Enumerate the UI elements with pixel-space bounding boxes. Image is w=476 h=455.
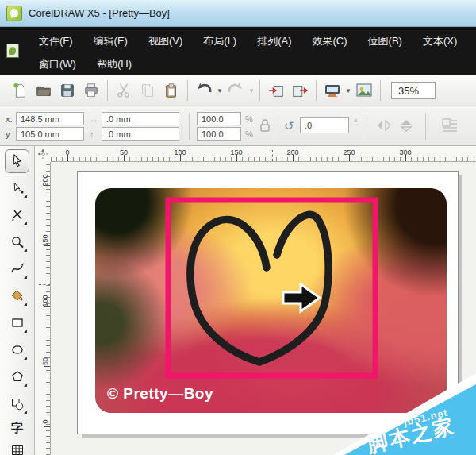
vertical-ruler[interactable]: 200 150 100 50 0 — [35, 162, 51, 455]
table-tool-icon — [10, 443, 25, 455]
scale-horizontal-field[interactable]: 100.0 — [197, 112, 241, 125]
scale-vertical-field[interactable]: 100.0 — [197, 127, 241, 141]
document-page[interactable]: © Pretty—Boy — [77, 171, 459, 434]
smart-fill-tool[interactable] — [5, 284, 29, 308]
menu-layout[interactable]: 布局(L) — [193, 33, 247, 50]
pink-rectangle-frame[interactable] — [168, 200, 375, 376]
title-bar: CorelDRAW X5 - [Pretty—Boy] — [0, 0, 476, 27]
print-button[interactable] — [80, 79, 102, 102]
application-launcher-button[interactable] — [321, 79, 344, 102]
text-wrap-icon — [441, 118, 459, 133]
polygon-tool-icon — [10, 370, 25, 384]
import-icon — [267, 82, 285, 99]
horizontal-ruler[interactable]: 0 50 100 150 200 250 300 — [51, 146, 476, 162]
ellipse-tool[interactable] — [5, 338, 29, 362]
toolbar-separator — [380, 80, 381, 101]
table-tool[interactable] — [5, 438, 29, 455]
object-height-field[interactable]: .0 mm — [102, 127, 179, 141]
v-ruler-label: 150 — [41, 232, 49, 249]
basic-shapes-tool[interactable] — [5, 392, 29, 416]
shape-tool[interactable] — [5, 176, 29, 200]
copy-icon — [139, 82, 156, 99]
menu-effects[interactable]: 效果(C) — [302, 33, 358, 50]
cursor-position-marker — [272, 150, 273, 161]
open-button[interactable] — [33, 79, 55, 102]
v-ruler-label: 50 — [41, 353, 49, 370]
redo-icon — [226, 81, 245, 100]
pick-tool[interactable] — [5, 149, 29, 173]
menu-view[interactable]: 视图(V) — [138, 33, 193, 50]
toolbar-separator — [107, 80, 108, 101]
rotation-angle-field[interactable]: .0 — [300, 117, 349, 133]
print-icon — [83, 82, 100, 99]
menu-edit[interactable]: 编辑(E) — [83, 33, 138, 50]
export-icon — [291, 82, 309, 99]
x-position-field[interactable]: 148.5 mm — [16, 112, 84, 125]
flyout-indicator — [24, 195, 27, 198]
launcher-dropdown-arrow[interactable]: ▾ — [344, 87, 352, 94]
flyout-indicator — [24, 303, 27, 306]
polygon-tool[interactable] — [5, 365, 29, 389]
zoom-level-field[interactable]: 35% — [391, 82, 436, 99]
save-icon — [59, 82, 76, 99]
smart-fill-tool-icon — [10, 289, 25, 303]
rotate-icon: ↺ — [284, 119, 294, 133]
flyout-indicator — [24, 222, 27, 225]
zoom-tool[interactable] — [5, 230, 29, 254]
coreldraw-app-icon — [6, 6, 22, 21]
menu-bitmaps[interactable]: 位图(B) — [358, 33, 413, 50]
annotation-overlay — [95, 188, 447, 413]
object-height-value: .0 mm — [106, 129, 131, 139]
rose-photo-object[interactable]: © Pretty—Boy — [95, 188, 447, 413]
window-title: CorelDRAW X5 - [Pretty—Boy] — [29, 7, 170, 19]
copy-button — [136, 79, 159, 102]
menu-help[interactable]: 帮助(H) — [86, 56, 142, 73]
property-bar: x: 148.5 mm y: 105.0 mm ↔ .0 mm ↕ .0 mm … — [0, 106, 476, 146]
flyout-indicator — [24, 276, 27, 279]
paste-icon — [163, 82, 180, 99]
document-icon — [6, 44, 19, 58]
y-position-field[interactable]: 105.0 mm — [16, 127, 84, 141]
menu-row-1: 文件(F) 编辑(E) 视图(V) 布局(L) 排列(A) 效果(C) 位图(B… — [29, 33, 467, 50]
new-document-button[interactable] — [9, 79, 31, 102]
save-button[interactable] — [56, 79, 79, 102]
welcome-screen-button[interactable] — [353, 79, 375, 102]
undo-button[interactable] — [193, 79, 215, 102]
lock-ratio-icon[interactable] — [259, 118, 271, 133]
menu-row-2: 窗口(W) 帮助(H) — [29, 56, 142, 73]
black-right-arrow[interactable] — [283, 284, 320, 311]
menu-arrange[interactable]: 排列(A) — [247, 33, 301, 50]
menu-text[interactable]: 文本(X) — [413, 33, 467, 50]
percent-sign-v: % — [245, 129, 253, 139]
percent-sign-h: % — [245, 114, 253, 124]
rectangle-tool[interactable] — [5, 311, 29, 335]
menu-window[interactable]: 窗口(W) — [29, 56, 86, 73]
flyout-indicator — [24, 411, 27, 414]
redo-button — [225, 79, 247, 102]
object-width-field[interactable]: .0 mm — [102, 112, 179, 125]
degree-sign: ° — [354, 118, 357, 127]
menu-bar: 文件(F) 编辑(E) 视图(V) 布局(L) 排列(A) 效果(C) 位图(B… — [0, 27, 476, 75]
toolbar-separator — [316, 80, 317, 101]
import-button[interactable] — [265, 79, 287, 102]
paste-button[interactable] — [160, 79, 182, 102]
standard-toolbar: ▾ ▾ ▾ — [0, 75, 476, 106]
freehand-tool[interactable] — [5, 257, 29, 281]
toolbar-separator — [187, 80, 188, 101]
undo-dropdown-arrow[interactable]: ▾ — [216, 87, 224, 94]
crop-tool[interactable] — [5, 203, 29, 227]
menu-file[interactable]: 文件(F) — [29, 33, 83, 50]
coreldraw-window: CorelDRAW X5 - [Pretty—Boy] 文件(F) 编辑(E) … — [0, 0, 476, 455]
pick-tool-icon — [10, 154, 25, 168]
flyout-indicator — [24, 330, 27, 333]
v-ruler-label: 200 — [41, 172, 49, 189]
text-tool[interactable]: 字 — [5, 416, 29, 440]
undo-icon — [194, 81, 213, 100]
cut-button — [113, 79, 135, 102]
y-label: y: — [6, 129, 13, 139]
ruler-origin-corner[interactable] — [35, 146, 51, 162]
freehand-tool-icon — [10, 262, 25, 276]
application-launcher-icon — [323, 81, 342, 100]
export-button[interactable] — [289, 79, 311, 102]
scale-vertical-value: 100.0 — [202, 129, 224, 139]
